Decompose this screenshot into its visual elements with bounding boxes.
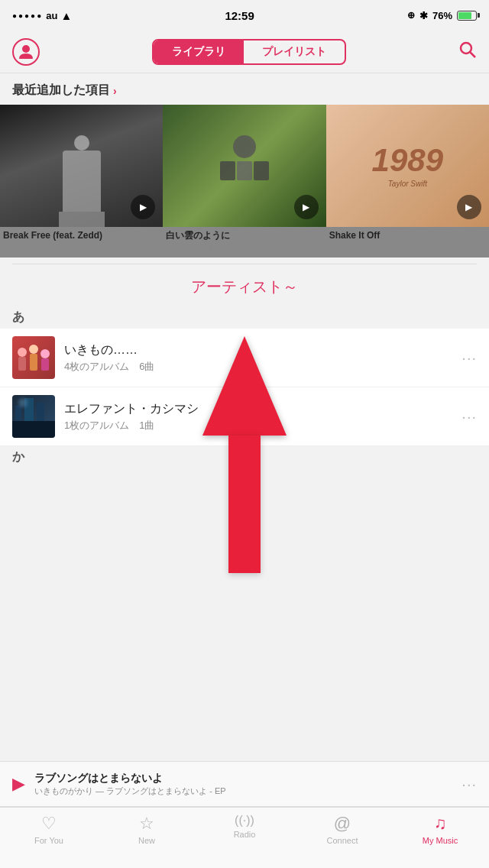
svg-line-2 (471, 52, 476, 57)
my-music-icon: ♫ (434, 814, 447, 834)
albums-row: ▶ Break Free (feat. Zedd) Ariana Grande (0, 105, 489, 257)
album-item-2[interactable]: ▶ 白い雲のように Saruganseki (163, 105, 325, 257)
status-left: ●●●●● au ▲ (12, 9, 72, 22)
connect-label: Connect (327, 836, 358, 845)
main-content: 最近追加した項目 › ▶ Break Free (feat. Zedd) Ari… (0, 73, 489, 761)
now-play-button[interactable]: ▶ (12, 774, 25, 794)
artist-item-1[interactable]: いきもの…… 4枚のアルバム 6曲 ··· (0, 329, 489, 387)
now-playing-bar: ▶ ラブソングはとまらないよ いきものがかり — ラブソングはとまらないよ - … (0, 761, 489, 807)
search-icon[interactable] (458, 40, 477, 63)
connect-icon: @ (334, 814, 351, 834)
status-time: 12:59 (225, 9, 254, 22)
my-music-label: My Music (423, 836, 458, 845)
artist-sub-2: 1枚のアルバム 1曲 (64, 419, 461, 432)
status-bar: ●●●●● au ▲ 12:59 ⊕ ✱ 76% (0, 0, 489, 31)
new-label: New (138, 836, 155, 845)
artist-thumb-2 (12, 395, 55, 438)
now-playing-info: ラブソングはとまらないよ いきものがかり — ラブソングはとまらないよ - EP (34, 772, 461, 797)
artist-thumb-1 (12, 336, 55, 379)
album-title-2: 白い雲のように (166, 230, 322, 242)
new-icon: ☆ (139, 814, 154, 834)
battery-pct: 76% (432, 10, 452, 21)
playlist-tab[interactable]: プレイリスト (244, 40, 345, 63)
album-title-3: Shake It Off (329, 230, 486, 242)
album-item-3[interactable]: 1989 Taylor Swift ▶ Shake It Off テイラー・スウ… (326, 105, 489, 257)
artist-more-2[interactable]: ··· (461, 408, 477, 426)
library-tab[interactable]: ライブラリ (154, 40, 244, 63)
album-cover-1: ▶ (0, 105, 163, 227)
library-playlist-segment: ライブラリ プレイリスト (152, 39, 346, 65)
album-cover-3: 1989 Taylor Swift ▶ (326, 105, 489, 227)
radio-icon: ((·)) (235, 814, 254, 828)
album-cover-2: ▶ (163, 105, 325, 227)
nav-bar: ライブラリ プレイリスト (0, 31, 489, 73)
section-divider (12, 264, 477, 264)
play-btn-3[interactable]: ▶ (457, 195, 481, 219)
lock-icon: ⊕ (407, 10, 415, 21)
carrier: au (46, 10, 57, 21)
play-btn-1[interactable]: ▶ (131, 195, 155, 219)
artist-info-2: エレファント・カシマシ 1枚のアルバム 1曲 (55, 401, 461, 432)
for-you-icon: ♡ (41, 814, 57, 834)
tab-connect[interactable]: @ Connect (293, 814, 391, 845)
play-btn-2[interactable]: ▶ (294, 195, 319, 219)
recently-added-chevron: › (113, 85, 117, 97)
bluetooth-icon: ✱ (419, 10, 428, 21)
recently-added-title: 最近追加した項目 (12, 83, 110, 99)
sort-label[interactable]: アーティスト～ (0, 270, 489, 306)
artist-name-2: エレファント・カシマシ (64, 401, 461, 417)
profile-icon[interactable] (12, 38, 40, 66)
svg-point-1 (461, 43, 471, 53)
index-letter-a: あ (0, 306, 489, 329)
album-artist-2: Saruganseki (166, 242, 322, 251)
now-playing-more[interactable]: ··· (461, 776, 477, 793)
tab-radio[interactable]: ((·)) Radio (196, 814, 293, 839)
wifi-icon: ▲ (60, 9, 72, 22)
album-artist-1: Ariana Grande (3, 242, 160, 251)
battery-icon (457, 11, 477, 21)
album-artist-3: テイラー・スウ… (329, 242, 486, 254)
artist-name-1: いきもの…… (64, 342, 461, 358)
now-playing-title: ラブソングはとまらないよ (34, 772, 461, 785)
album-title-1: Break Free (feat. Zedd) (3, 230, 160, 242)
radio-label: Radio (234, 830, 256, 839)
tab-bar: ♡ For You ☆ New ((·)) Radio @ Connect ♫ … (0, 807, 489, 868)
svg-point-0 (22, 45, 30, 53)
artist-more-1[interactable]: ··· (461, 349, 477, 367)
artist-item-2[interactable]: エレファント・カシマシ 1枚のアルバム 1曲 ··· (0, 387, 489, 446)
bottom-spacer (0, 468, 489, 499)
signal-dots: ●●●●● (12, 11, 43, 20)
index-letter-ka: か (0, 446, 489, 468)
tab-my-music[interactable]: ♫ My Music (391, 814, 489, 845)
tab-for-you[interactable]: ♡ For You (0, 814, 98, 845)
album-item-1[interactable]: ▶ Break Free (feat. Zedd) Ariana Grande (0, 105, 163, 257)
for-you-label: For You (34, 836, 63, 845)
artist-sub-1: 4枚のアルバム 6曲 (64, 360, 461, 374)
status-right: ⊕ ✱ 76% (407, 10, 477, 21)
recently-added-header[interactable]: 最近追加した項目 › (0, 73, 489, 105)
now-playing-sub: いきものがかり — ラブソングはとまらないよ - EP (34, 785, 461, 797)
artist-info-1: いきもの…… 4枚のアルバム 6曲 (55, 342, 461, 374)
tab-new[interactable]: ☆ New (98, 814, 196, 845)
